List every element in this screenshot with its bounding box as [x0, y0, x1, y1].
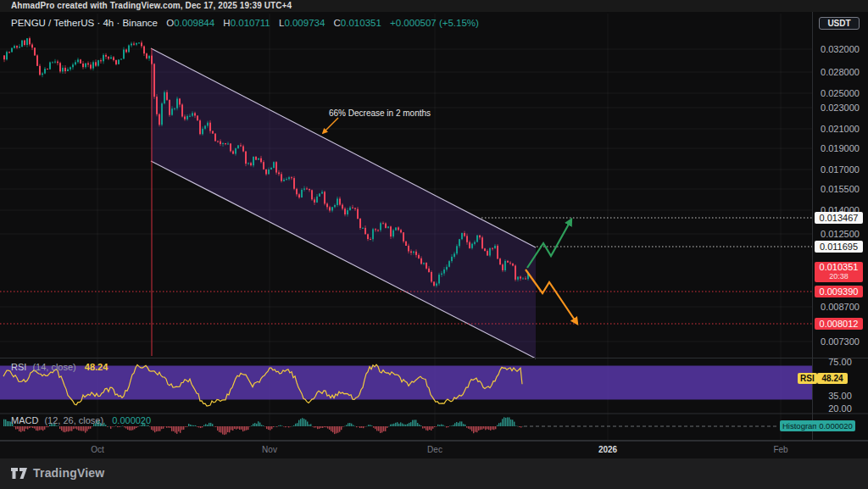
high-label: H	[223, 18, 230, 28]
rsi-axis-label: 35.00	[812, 391, 868, 401]
tradingview-brand[interactable]: TradingView	[11, 464, 104, 482]
price-level-label: 0.008012	[815, 318, 863, 330]
low-value: 0.009734	[284, 18, 325, 28]
macd-histogram-value: 0.000020	[816, 420, 855, 431]
price-axis-label: 0.028000	[812, 67, 868, 77]
rsi-params: (14, close)	[32, 362, 75, 372]
price-axis-label: 0.023000	[812, 103, 868, 113]
footer-strip	[0, 458, 868, 489]
price-axis-label: 0.008700	[812, 302, 868, 312]
tradingview-chart-page: { "header": { "attribution": "AhmadPro c…	[0, 0, 868, 489]
macd-legend[interactable]: MACD (12, 26, close) 0.000020	[11, 415, 151, 425]
rsi-axis-tag: RSI	[798, 373, 817, 384]
open-label: O	[166, 18, 174, 28]
currency-toggle-button[interactable]: USDT	[819, 17, 860, 30]
macd-current-value: 0.000020	[112, 415, 151, 425]
rsi-axis-value: 48.24	[817, 373, 848, 384]
rsi-legend[interactable]: RSI (14, close) 48.24	[11, 362, 108, 372]
time-axis-label: Nov	[262, 445, 277, 454]
price-chart-canvas[interactable]	[0, 0, 868, 458]
rsi-axis-label: 75.00	[812, 357, 868, 367]
price-level-label: 0.013467	[815, 212, 863, 224]
price-axis-label: 0.025000	[812, 88, 868, 98]
close-label: C	[334, 18, 341, 28]
time-axis-label: 2026	[598, 445, 617, 454]
time-axis-label: Dec	[427, 445, 442, 454]
price-axis-label: 0.032000	[812, 44, 868, 54]
price-axis-label: 0.015500	[812, 184, 868, 194]
macd-histogram-tag: Histogram	[780, 420, 821, 431]
time-axis-label: Feb	[773, 445, 787, 454]
time-axis-label: Oct	[91, 445, 104, 454]
macd-params: (12, 26, close)	[44, 415, 103, 425]
rsi-current-value: 48.24	[85, 362, 108, 372]
macd-title: MACD	[11, 415, 38, 425]
change-value: +0.000507 (+5.15%)	[390, 18, 479, 28]
price-level-label: 0.009390	[815, 286, 863, 297]
rsi-title: RSI	[11, 362, 26, 372]
price-level-label: 0.011695	[815, 241, 863, 253]
close-value: 0.010351	[341, 18, 381, 28]
price-axis-label: 0.017000	[812, 164, 868, 175]
bar-countdown: 20:38	[815, 273, 863, 281]
tradingview-logo-icon	[11, 467, 28, 480]
tradingview-brand-text: TradingView	[33, 466, 104, 480]
price-axis-label: 0.012500	[812, 229, 868, 239]
symbol-title: PENGU / TetherUS · 4h · Binance	[11, 18, 158, 28]
high-value: 0.010711	[231, 18, 270, 28]
price-axis-label: 0.007300	[812, 336, 868, 347]
price-axis-label: 0.021000	[812, 124, 868, 134]
price-axis-label: 0.019000	[812, 143, 868, 153]
attribution-text: AhmadPro created with TradingView.com, D…	[11, 1, 292, 10]
symbol-legend[interactable]: PENGU / TetherUS · 4h · Binance O0.00984…	[11, 18, 479, 28]
open-value: 0.009844	[174, 18, 214, 28]
annotation-text[interactable]: 66% Decrease in 2 months	[329, 108, 431, 118]
rsi-axis-label: 20.00	[812, 403, 868, 414]
current-price-label: 0.010351 20:38	[815, 262, 863, 282]
